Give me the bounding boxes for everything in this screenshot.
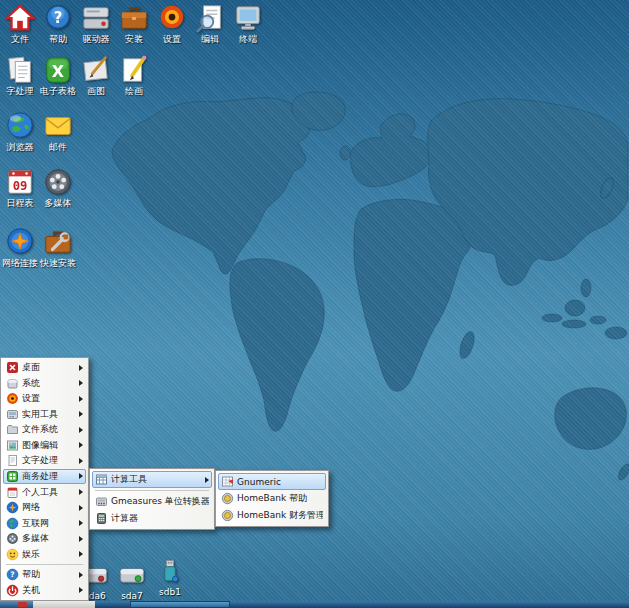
submenu-item-calc-tools[interactable]: 计算工具	[92, 471, 212, 488]
menu-separator	[95, 490, 209, 491]
quick-install-icon	[43, 227, 73, 257]
submenu-item-homebank-finance[interactable]: HomeBank 财务管理	[218, 507, 326, 524]
calendar-day-number: 09	[13, 179, 28, 193]
setup-target-icon	[6, 392, 19, 405]
gnumeric-icon	[221, 475, 234, 488]
unit-converter-icon	[95, 495, 108, 508]
menu-item-personal[interactable]: 个人工具	[3, 484, 86, 500]
desktop-icon-setup[interactable]: 设置	[154, 3, 190, 44]
desktop-icon-console[interactable]: 终端	[230, 3, 266, 44]
menu-item-utilities[interactable]: 实用工具	[3, 407, 86, 423]
submenu-item-calculator[interactable]: 计算器	[92, 510, 212, 527]
media-reel-icon	[6, 532, 19, 545]
desktop-icon-media[interactable]: 多媒体	[40, 167, 76, 208]
desktop-icon-draw[interactable]: 绘画	[116, 55, 152, 96]
question-glyph: ?	[10, 570, 14, 579]
folder-icon	[6, 423, 19, 436]
submenu-arrow-icon	[79, 396, 83, 402]
business-submenu: 计算工具 Gmeasures 单位转换器 计算器	[89, 468, 215, 530]
x-glyph: X	[52, 62, 64, 81]
network-connect-icon	[6, 501, 19, 514]
desktop: 文件 ? 帮助 驱动器 安装 设置	[0, 0, 629, 608]
submenu-item-gmeasures[interactable]: Gmeasures 单位转换器	[92, 493, 212, 510]
menu-item-system[interactable]: 系统	[3, 376, 86, 392]
submenu-arrow-icon	[79, 587, 83, 593]
desktop-icon-connect[interactable]: 网络连接	[2, 227, 38, 268]
homebank-coin-icon	[221, 492, 234, 505]
document-icon	[6, 454, 19, 467]
menu-item-filesystem[interactable]: 文件系统	[3, 422, 86, 438]
globe-icon	[6, 517, 19, 530]
main-menu: 桌面 系统 设置 实用工具 文件系统 图像编辑	[0, 357, 89, 601]
submenu-arrow-icon	[79, 520, 83, 526]
taskbar-window-button[interactable]	[33, 601, 95, 608]
desktop-icon-plan[interactable]: 09 日程表	[2, 167, 38, 208]
desktop-icon-label: 设置	[163, 34, 181, 44]
network-connect-icon	[5, 227, 35, 257]
desktop-icon-paint[interactable]: 画图	[78, 55, 114, 96]
desktop-icon-label: 多媒体	[45, 198, 72, 208]
desktop-icon-help[interactable]: ? 帮助	[40, 3, 76, 44]
calendar-icon: 09	[5, 167, 35, 197]
submenu-arrow-icon	[79, 365, 83, 371]
submenu-item-homebank-help[interactable]: HomeBank 帮助	[218, 490, 326, 507]
submenu-arrow-icon	[79, 411, 83, 417]
home-icon	[5, 3, 35, 33]
system-box-icon	[6, 377, 19, 390]
taskbar-menu-button[interactable]	[0, 601, 33, 608]
taskbar	[0, 601, 629, 608]
table-icon	[95, 473, 108, 486]
desktop-icon-label: 快速安装	[40, 258, 76, 268]
desktop-icon-wordprocessor[interactable]: 字处理	[2, 55, 38, 96]
desktop-icon-quickinstall[interactable]: 快速安装	[40, 227, 76, 268]
menu-item-internet[interactable]: 互联网	[3, 515, 86, 531]
mail-envelope-icon	[43, 111, 73, 141]
menu-item-multimedia[interactable]: 多媒体	[3, 531, 86, 547]
desktop-icon-label: 邮件	[49, 142, 67, 152]
submenu-item-gnumeric[interactable]: Gnumeric	[218, 473, 326, 490]
desktop-icon-spreadsheet[interactable]: X 电子表格	[40, 55, 76, 96]
menu-item-wordprocessing[interactable]: 文字处理	[3, 453, 86, 469]
console-monitor-icon	[233, 3, 263, 33]
desktop-icon-mail[interactable]: 邮件	[40, 111, 76, 152]
desktop-icon-label: 浏览器	[7, 142, 34, 152]
media-reel-icon	[43, 167, 73, 197]
menu-item-help[interactable]: ? 帮助	[3, 567, 86, 583]
menu-item-business[interactable]: 商务处理	[3, 469, 86, 485]
submenu-arrow-icon	[79, 536, 83, 542]
desktop-icon-label: 安装	[125, 34, 143, 44]
menu-item-network[interactable]: 网络	[3, 500, 86, 516]
desktop-icon-label: 网络连接	[2, 258, 38, 268]
desktop-icon-label: 日程表	[7, 198, 34, 208]
submenu-arrow-icon	[79, 551, 83, 557]
personal-calendar-icon	[6, 486, 19, 499]
submenu-arrow-icon	[79, 572, 83, 578]
drive-icon-sda7[interactable]: sda7	[114, 562, 150, 601]
menu-item-shutdown[interactable]: 关机	[3, 582, 86, 598]
desktop-icon-install[interactable]: 安装	[116, 3, 152, 44]
menu-item-imageediting[interactable]: 图像编辑	[3, 438, 86, 454]
desktop-icon-label: 文件	[11, 34, 29, 44]
calculator-icon	[95, 512, 108, 525]
desktop-icon-file[interactable]: 文件	[2, 3, 38, 44]
desktop-icon-label: 电子表格	[40, 86, 76, 96]
submenu-arrow-icon	[79, 489, 83, 495]
desktop-icon-drives[interactable]: 驱动器	[78, 3, 114, 44]
submenu-arrow-icon	[79, 442, 83, 448]
harddrive-icon	[118, 562, 146, 590]
desktop-icon-edit[interactable]: 编辑	[192, 3, 228, 44]
paint-icon	[81, 55, 111, 85]
drive-icon-sdb1[interactable]: sdb1	[152, 558, 188, 597]
word-processor-icon	[5, 55, 35, 85]
smiley-icon	[6, 548, 19, 561]
menu-item-setup[interactable]: 设置	[3, 391, 86, 407]
submenu-arrow-icon	[79, 505, 83, 511]
install-briefcase-icon	[119, 3, 149, 33]
menu-item-desktop[interactable]: 桌面	[3, 360, 86, 376]
desktop-icon-label: 驱动器	[83, 34, 110, 44]
taskbar-window-button[interactable]	[130, 601, 230, 608]
homebank-coin-icon	[221, 509, 234, 522]
menu-item-fun[interactable]: 娱乐	[3, 546, 86, 562]
desktop-icon-browser[interactable]: 浏览器	[2, 111, 38, 152]
help-icon: ?	[43, 3, 73, 33]
